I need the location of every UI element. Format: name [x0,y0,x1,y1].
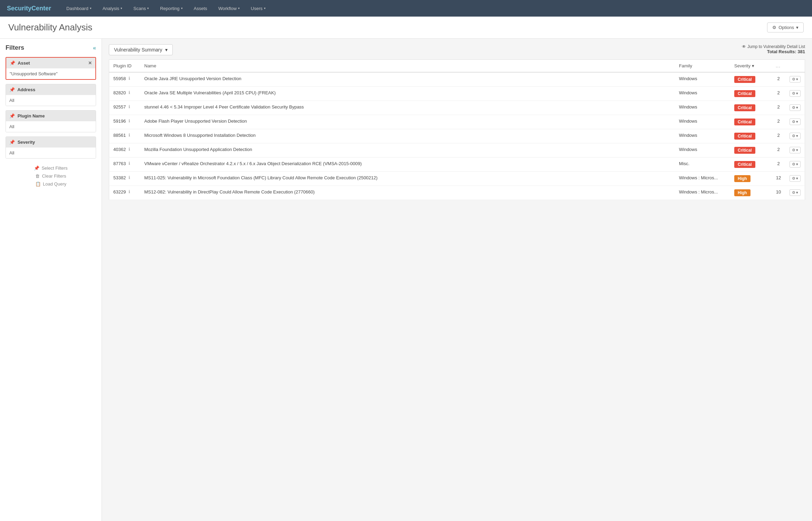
gear-icon: ⚙ [792,190,795,195]
cell-name: Adobe Flash Player Unsupported Version D… [140,115,675,129]
cell-severity: Critical [730,143,772,158]
cell-family: Misc. [675,158,730,172]
cell-family: Windows [675,129,730,143]
info-icon[interactable]: ℹ [129,90,130,95]
cell-plugin-id: 40362 ℹ [109,143,140,158]
jump-to-detail-link[interactable]: 👁 Jump to Vulnerability Detail List [742,44,805,49]
cell-actions: ⚙ ▾ [785,172,805,186]
cell-severity: Critical [730,158,772,172]
nav-items: Dashboard ▾ Analysis ▾ Scans ▾ Reporting… [62,3,805,14]
row-gear-button[interactable]: ⚙ ▾ [790,76,801,83]
filters-title: Filters [6,44,24,51]
info-icon[interactable]: ℹ [129,161,130,166]
severity-badge: Critical [734,161,755,168]
nav-analysis[interactable]: Analysis ▾ [98,3,127,14]
cell-count: 2 [772,101,785,115]
row-action-arrow: ▾ [796,134,798,138]
cell-name: Oracle Java JRE Unsupported Version Dete… [140,72,675,87]
gear-icon: ⚙ [792,91,795,96]
cell-name: MS12-082: Vulnerability in DirectPlay Co… [140,186,675,200]
load-query-link[interactable]: 📋 Load Query [35,181,66,187]
info-icon[interactable]: ℹ [129,189,130,194]
th-actions [785,60,805,73]
severity-badge: Critical [734,104,755,111]
row-action-arrow: ▾ [796,162,798,167]
sidebar-header: Filters « [6,44,96,51]
vulnerability-table: Plugin ID Name Family Severity ▾ ... [109,59,805,200]
nav-dashboard[interactable]: Dashboard ▾ [62,3,96,14]
row-action-arrow: ▾ [796,148,798,152]
table-row: 55958 ℹ Oracle Java JRE Unsupported Vers… [109,72,805,87]
filter-plugin-name-value: All [6,121,96,132]
cell-severity: High [730,172,772,186]
nav-assets[interactable]: Assets [189,3,212,14]
cell-count: 2 [772,143,785,158]
cell-actions: ⚙ ▾ [785,87,805,101]
cell-family: Windows [675,72,730,87]
select-filters-link[interactable]: 📌 Select Filters [34,165,67,171]
info-icon[interactable]: ℹ [129,104,130,109]
row-gear-button[interactable]: ⚙ ▾ [790,175,801,182]
row-action-arrow: ▾ [796,120,798,124]
cell-actions: ⚙ ▾ [785,143,805,158]
cell-plugin-id: 55958 ℹ [109,72,140,87]
row-gear-button[interactable]: ⚙ ▾ [790,90,801,97]
info-icon[interactable]: ℹ [129,175,130,180]
filter-group-plugin-name: 📌 Plugin Name All [6,110,96,132]
cell-actions: ⚙ ▾ [785,101,805,115]
cell-name: VMware vCenter / vRealize Orchestrator 4… [140,158,675,172]
cell-family: Windows : Micros... [675,186,730,200]
page-header: Vulnerability Analysis ⚙ Options ▾ [0,17,812,39]
workflow-arrow: ▾ [238,7,240,10]
content-header: Vulnerability Summary ▾ 👁 Jump to Vulner… [109,44,805,55]
info-icon[interactable]: ℹ [129,76,130,81]
table-row: 53382 ℹ MS11-025: Vulnerability in Micro… [109,172,805,186]
options-arrow: ▾ [796,25,799,30]
info-icon[interactable]: ℹ [129,119,130,123]
cell-plugin-id: 63229 ℹ [109,186,140,200]
row-gear-button[interactable]: ⚙ ▾ [790,161,801,168]
nav-users[interactable]: Users ▾ [246,3,271,14]
view-selector-button[interactable]: Vulnerability Summary ▾ [109,44,173,55]
info-icon[interactable]: ℹ [129,147,130,152]
table-row: 87763 ℹ VMware vCenter / vRealize Orches… [109,158,805,172]
eye-icon: 👁 [742,44,746,49]
clear-filters-link[interactable]: 🗑 Clear Filters [35,173,66,179]
row-gear-button[interactable]: ⚙ ▾ [790,189,801,196]
filter-group-severity: 📌 Severity All [6,136,96,159]
cell-name: stunnel 4.46 < 5.34 Improper Level 4 Pee… [140,101,675,115]
cell-severity: Critical [730,87,772,101]
options-button[interactable]: ⚙ Options ▾ [767,22,804,32]
cell-name: Oracle Java SE Multiple Vulnerabilities … [140,87,675,101]
filter-asset-value: "Unsupported Software" [6,68,95,79]
nav-workflow[interactable]: Workflow ▾ [214,3,245,14]
row-gear-button[interactable]: ⚙ ▾ [790,119,801,125]
gear-icon: ⚙ [792,134,795,138]
filter-address-value: All [6,95,96,106]
severity-badge: High [734,189,750,196]
close-asset-filter[interactable]: ✕ [88,60,92,66]
row-gear-button[interactable]: ⚙ ▾ [790,147,801,153]
cell-count: 2 [772,158,785,172]
info-icon[interactable]: ℹ [129,133,130,138]
table-row: 88561 ℹ Microsoft Windows 8 Unsupported … [109,129,805,143]
row-action-arrow: ▾ [796,105,798,110]
cell-actions: ⚙ ▾ [785,158,805,172]
filter-severity-value: All [6,148,96,158]
analysis-arrow: ▾ [121,7,122,10]
cell-severity: Critical [730,101,772,115]
row-action-arrow: ▾ [796,91,798,96]
th-severity[interactable]: Severity ▾ [730,60,772,73]
nav-scans[interactable]: Scans ▾ [129,3,154,14]
table-row: 40362 ℹ Mozilla Foundation Unsupported A… [109,143,805,158]
cell-count: 12 [772,172,785,186]
severity-badge: Critical [734,119,755,125]
row-gear-button[interactable]: ⚙ ▾ [790,133,801,139]
nav-reporting[interactable]: Reporting ▾ [155,3,187,14]
cell-count: 10 [772,186,785,200]
severity-sort-icon: ▾ [752,63,754,68]
collapse-button[interactable]: « [93,45,96,51]
users-arrow: ▾ [264,7,266,10]
row-gear-button[interactable]: ⚙ ▾ [790,104,801,111]
select-filters-icon: 📌 [34,165,39,171]
